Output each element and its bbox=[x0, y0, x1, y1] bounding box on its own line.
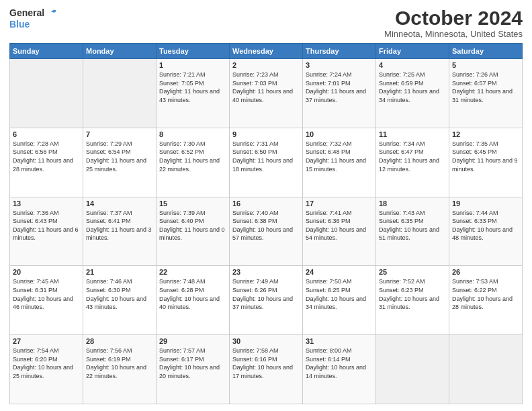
day-number: 4 bbox=[379, 61, 446, 69]
day-number: 23 bbox=[232, 268, 300, 276]
logo-wave-icon bbox=[46, 7, 58, 19]
calendar-cell-w3-d7: 19Sunrise: 7:44 AM Sunset: 6:33 PM Dayli… bbox=[449, 197, 523, 266]
calendar-cell-w3-d5: 17Sunrise: 7:41 AM Sunset: 6:36 PM Dayli… bbox=[303, 197, 376, 266]
day-info: Sunrise: 7:31 AM Sunset: 6:50 PM Dayligh… bbox=[232, 140, 300, 173]
main-title: October 2024 bbox=[384, 7, 523, 29]
calendar-cell-w4-d6: 25Sunrise: 7:52 AM Sunset: 6:23 PM Dayli… bbox=[376, 266, 449, 335]
calendar-cell-w3-d6: 18Sunrise: 7:43 AM Sunset: 6:35 PM Dayli… bbox=[376, 197, 449, 266]
week-row-5: 27Sunrise: 7:54 AM Sunset: 6:20 PM Dayli… bbox=[10, 335, 523, 404]
calendar-cell-w3-d3: 15Sunrise: 7:39 AM Sunset: 6:40 PM Dayli… bbox=[157, 197, 230, 266]
calendar-cell-w4-d1: 20Sunrise: 7:45 AM Sunset: 6:31 PM Dayli… bbox=[10, 266, 83, 335]
calendar-cell-w5-d3: 29Sunrise: 7:57 AM Sunset: 6:17 PM Dayli… bbox=[157, 335, 230, 404]
calendar-cell-w5-d7 bbox=[449, 335, 523, 404]
page: General Blue October 2024 Minneota, Minn… bbox=[0, 0, 532, 411]
day-number: 24 bbox=[306, 268, 373, 276]
day-number: 19 bbox=[452, 199, 519, 208]
calendar-cell-w1-d3: 1Sunrise: 7:21 AM Sunset: 7:05 PM Daylig… bbox=[157, 59, 230, 128]
day-info: Sunrise: 7:21 AM Sunset: 7:05 PM Dayligh… bbox=[159, 71, 226, 104]
title-block: October 2024 Minneota, Minnesota, United… bbox=[384, 7, 523, 39]
day-number: 13 bbox=[13, 199, 80, 208]
calendar-cell-w2-d1: 6Sunrise: 7:28 AM Sunset: 6:56 PM Daylig… bbox=[10, 128, 83, 197]
day-info: Sunrise: 7:50 AM Sunset: 6:25 PM Dayligh… bbox=[306, 277, 373, 311]
day-info: Sunrise: 7:49 AM Sunset: 6:26 PM Dayligh… bbox=[232, 277, 300, 311]
calendar-cell-w2-d4: 9Sunrise: 7:31 AM Sunset: 6:50 PM Daylig… bbox=[230, 128, 303, 197]
calendar-cell-w3-d1: 13Sunrise: 7:36 AM Sunset: 6:43 PM Dayli… bbox=[10, 197, 83, 266]
calendar-cell-w3-d4: 16Sunrise: 7:40 AM Sunset: 6:38 PM Dayli… bbox=[230, 197, 303, 266]
day-info: Sunrise: 7:48 AM Sunset: 6:28 PM Dayligh… bbox=[159, 277, 226, 311]
day-number: 8 bbox=[159, 130, 226, 138]
day-number: 3 bbox=[306, 61, 373, 69]
day-info: Sunrise: 7:28 AM Sunset: 6:56 PM Dayligh… bbox=[13, 140, 80, 173]
week-row-4: 20Sunrise: 7:45 AM Sunset: 6:31 PM Dayli… bbox=[10, 266, 523, 335]
calendar-table: Sunday Monday Tuesday Wednesday Thursday… bbox=[9, 43, 523, 404]
day-number: 30 bbox=[232, 337, 300, 345]
day-info: Sunrise: 7:26 AM Sunset: 6:57 PM Dayligh… bbox=[452, 71, 519, 104]
calendar-cell-w2-d6: 11Sunrise: 7:34 AM Sunset: 6:47 PM Dayli… bbox=[376, 128, 449, 197]
day-number: 27 bbox=[13, 337, 80, 345]
header-wednesday: Wednesday bbox=[230, 44, 303, 59]
subtitle: Minneota, Minnesota, United States bbox=[384, 29, 523, 39]
day-info: Sunrise: 7:32 AM Sunset: 6:48 PM Dayligh… bbox=[306, 140, 373, 173]
day-number: 12 bbox=[452, 130, 519, 138]
calendar-cell-w2-d3: 8Sunrise: 7:30 AM Sunset: 6:52 PM Daylig… bbox=[157, 128, 230, 197]
day-info: Sunrise: 7:52 AM Sunset: 6:23 PM Dayligh… bbox=[379, 277, 446, 311]
calendar-cell-w1-d2 bbox=[83, 59, 157, 128]
day-number: 18 bbox=[379, 199, 446, 208]
day-info: Sunrise: 7:45 AM Sunset: 6:31 PM Dayligh… bbox=[13, 277, 80, 311]
day-info: Sunrise: 7:53 AM Sunset: 6:22 PM Dayligh… bbox=[452, 277, 519, 311]
day-info: Sunrise: 7:24 AM Sunset: 7:01 PM Dayligh… bbox=[306, 71, 373, 104]
day-info: Sunrise: 7:34 AM Sunset: 6:47 PM Dayligh… bbox=[379, 140, 446, 173]
day-number: 5 bbox=[452, 61, 519, 69]
day-info: Sunrise: 7:54 AM Sunset: 6:20 PM Dayligh… bbox=[13, 347, 80, 380]
day-info: Sunrise: 7:39 AM Sunset: 6:40 PM Dayligh… bbox=[159, 209, 226, 242]
day-info: Sunrise: 7:36 AM Sunset: 6:43 PM Dayligh… bbox=[13, 209, 80, 242]
day-info: Sunrise: 7:46 AM Sunset: 6:30 PM Dayligh… bbox=[86, 277, 153, 311]
calendar-cell-w1-d6: 4Sunrise: 7:25 AM Sunset: 6:59 PM Daylig… bbox=[376, 59, 449, 128]
calendar-cell-w4-d4: 23Sunrise: 7:49 AM Sunset: 6:26 PM Dayli… bbox=[230, 266, 303, 335]
day-number: 28 bbox=[86, 337, 153, 345]
day-number: 25 bbox=[379, 268, 446, 276]
header-monday: Monday bbox=[83, 44, 157, 59]
header-saturday: Saturday bbox=[449, 44, 523, 59]
day-number: 2 bbox=[232, 61, 300, 69]
calendar-cell-w5-d5: 31Sunrise: 8:00 AM Sunset: 6:14 PM Dayli… bbox=[303, 335, 376, 404]
calendar-cell-w4-d5: 24Sunrise: 7:50 AM Sunset: 6:25 PM Dayli… bbox=[303, 266, 376, 335]
calendar-cell-w1-d7: 5Sunrise: 7:26 AM Sunset: 6:57 PM Daylig… bbox=[449, 59, 523, 128]
calendar-cell-w1-d1 bbox=[10, 59, 83, 128]
header-friday: Friday bbox=[376, 44, 449, 59]
day-info: Sunrise: 7:41 AM Sunset: 6:36 PM Dayligh… bbox=[306, 209, 373, 242]
day-number: 20 bbox=[13, 268, 80, 276]
day-number: 21 bbox=[86, 268, 153, 276]
logo: General Blue bbox=[9, 7, 58, 30]
logo-blue-text: Blue bbox=[9, 19, 30, 30]
calendar-cell-w2-d2: 7Sunrise: 7:29 AM Sunset: 6:54 PM Daylig… bbox=[83, 128, 157, 197]
calendar-cell-w4-d7: 26Sunrise: 7:53 AM Sunset: 6:22 PM Dayli… bbox=[449, 266, 523, 335]
day-number: 22 bbox=[159, 268, 226, 276]
calendar-cell-w2-d5: 10Sunrise: 7:32 AM Sunset: 6:48 PM Dayli… bbox=[303, 128, 376, 197]
day-info: Sunrise: 8:00 AM Sunset: 6:14 PM Dayligh… bbox=[306, 347, 373, 380]
day-info: Sunrise: 7:58 AM Sunset: 6:16 PM Dayligh… bbox=[232, 347, 300, 380]
calendar-cell-w4-d2: 21Sunrise: 7:46 AM Sunset: 6:30 PM Dayli… bbox=[83, 266, 157, 335]
calendar-cell-w5-d6 bbox=[376, 335, 449, 404]
day-number: 11 bbox=[379, 130, 446, 138]
day-number: 9 bbox=[232, 130, 300, 138]
day-number: 16 bbox=[232, 199, 300, 208]
day-info: Sunrise: 7:23 AM Sunset: 7:03 PM Dayligh… bbox=[232, 71, 300, 104]
day-info: Sunrise: 7:57 AM Sunset: 6:17 PM Dayligh… bbox=[159, 347, 226, 380]
day-number: 14 bbox=[86, 199, 153, 208]
calendar-cell-w5-d2: 28Sunrise: 7:56 AM Sunset: 6:19 PM Dayli… bbox=[83, 335, 157, 404]
day-number: 15 bbox=[159, 199, 226, 208]
header-thursday: Thursday bbox=[303, 44, 376, 59]
day-number: 17 bbox=[306, 199, 373, 208]
calendar-header-row: Sunday Monday Tuesday Wednesday Thursday… bbox=[10, 44, 523, 59]
calendar-cell-w1-d5: 3Sunrise: 7:24 AM Sunset: 7:01 PM Daylig… bbox=[303, 59, 376, 128]
day-info: Sunrise: 7:43 AM Sunset: 6:35 PM Dayligh… bbox=[379, 209, 446, 242]
day-info: Sunrise: 7:30 AM Sunset: 6:52 PM Dayligh… bbox=[159, 140, 226, 173]
calendar-cell-w4-d3: 22Sunrise: 7:48 AM Sunset: 6:28 PM Dayli… bbox=[157, 266, 230, 335]
calendar-cell-w5-d4: 30Sunrise: 7:58 AM Sunset: 6:16 PM Dayli… bbox=[230, 335, 303, 404]
calendar-cell-w3-d2: 14Sunrise: 7:37 AM Sunset: 6:41 PM Dayli… bbox=[83, 197, 157, 266]
day-number: 26 bbox=[452, 268, 519, 276]
day-number: 6 bbox=[13, 130, 80, 138]
day-info: Sunrise: 7:35 AM Sunset: 6:45 PM Dayligh… bbox=[452, 140, 519, 173]
week-row-3: 13Sunrise: 7:36 AM Sunset: 6:43 PM Dayli… bbox=[10, 197, 523, 266]
